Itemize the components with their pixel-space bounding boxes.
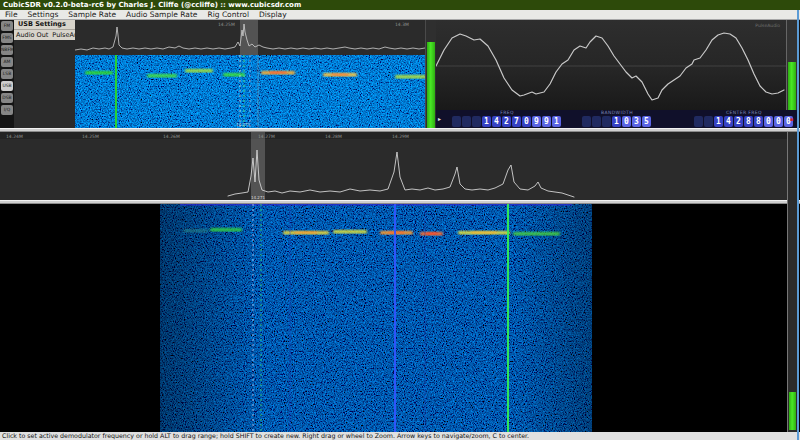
tuner-group-center-freq: CENTER FREQ14288000: [694, 110, 794, 127]
status-text: Click to set active demodulator frequenc…: [2, 432, 529, 439]
mode-selector: FMFMSNBFMAMLSBUSBDSBI/Q: [0, 20, 14, 128]
svg-text:14.26M: 14.26M: [163, 134, 180, 139]
digit-cell[interactable]: 4: [724, 116, 733, 127]
cubicsdr-window: CubicSDR v0.2.0-beta-rc6 by Charles J. C…: [0, 0, 800, 440]
digit-cell[interactable]: 9: [532, 116, 541, 127]
tuner-group-label: BANDWIDTH: [582, 110, 652, 115]
audio-out-value: PulseAudio: [50, 31, 75, 39]
mode-button-am[interactable]: AM: [1, 57, 13, 67]
mode-button-lsb[interactable]: LSB: [1, 69, 13, 79]
svg-text:PulseAudio: PulseAudio: [755, 23, 780, 28]
demod-spectrum-view[interactable]: 14.25M14.3M: [75, 20, 425, 55]
digit-cell[interactable]: 4: [492, 116, 501, 127]
digit-cell-blank[interactable]: [704, 116, 713, 127]
digit-cell[interactable]: 7: [512, 116, 521, 127]
menu-rig-control[interactable]: Rig Control: [202, 10, 254, 19]
digit-cell[interactable]: 5: [642, 116, 651, 127]
window-titlebar[interactable]: CubicSDR v0.2.0-beta-rc6 by Charles J. C…: [0, 0, 800, 10]
mode-button-fms[interactable]: FMS: [1, 33, 13, 43]
mode-button-nbfm[interactable]: NBFM: [1, 45, 13, 55]
menu-settings[interactable]: Settings: [23, 10, 64, 19]
menu-audio-sample-rate[interactable]: Audio Sample Rate: [121, 10, 202, 19]
svg-text:14.25M: 14.25M: [82, 134, 99, 139]
audio-level-meter[interactable]: [425, 20, 436, 128]
audio-out-label: Audio Out: [14, 31, 50, 39]
tuner-left-arrow-icon: ▸: [438, 116, 441, 122]
context-menu: USB Settings Audio Out PulseAudio: [14, 20, 75, 128]
digit-cell[interactable]: 9: [542, 116, 551, 127]
tuner-group-freq: FREQ14270991: [452, 110, 562, 127]
frequency-tuner[interactable]: FREQ14270991BANDWIDTH1035CENTER FREQ1428…: [436, 110, 797, 128]
menu-sample-rate[interactable]: Sample Rate: [63, 10, 121, 19]
mode-button-fm[interactable]: FM: [1, 21, 13, 31]
digit-cell[interactable]: 1: [714, 116, 723, 127]
digit-cell[interactable]: 0: [774, 116, 783, 127]
digit-cell[interactable]: 8: [744, 116, 753, 127]
digit-cell-blank[interactable]: [472, 116, 481, 127]
audio-level-fill: [427, 42, 435, 128]
mode-button-usb[interactable]: USB: [1, 81, 13, 91]
scope-level-slider[interactable]: [786, 20, 797, 110]
digit-cell-blank[interactable]: [462, 116, 471, 127]
scope-level-fill: [788, 62, 796, 110]
mode-button-dsb[interactable]: DSB: [1, 93, 13, 103]
mode-button-iq[interactable]: I/Q: [1, 105, 13, 115]
svg-text:14.29M: 14.29M: [392, 134, 409, 139]
window-right-border: [797, 10, 799, 440]
svg-text:14.25M: 14.25M: [218, 22, 235, 27]
digit-cell[interactable]: 2: [734, 116, 743, 127]
menu-bar: FileSettingsSample RateAudio Sample Rate…: [0, 10, 800, 20]
top-panel: FMFMSNBFMAMLSBUSBDSBI/Q USB Settings Aud…: [0, 20, 800, 128]
digit-cell-blank[interactable]: [582, 116, 591, 127]
tuner-group-label: FREQ: [452, 110, 562, 115]
tuner-group-bandwidth: BANDWIDTH1035: [582, 110, 652, 127]
tuner-group-label: CENTER FREQ: [694, 110, 794, 115]
digit-cell[interactable]: 1: [552, 116, 561, 127]
digit-cell[interactable]: 1: [612, 116, 621, 127]
digit-cell[interactable]: 8: [754, 116, 763, 127]
waterfall-speed-slider[interactable]: [787, 132, 797, 432]
main-spectrum-view[interactable]: 14.24M14.25M14.26M14.27M14.28M14.29M14.2…: [0, 132, 787, 200]
tuner-right-marker-icon: ▪: [790, 117, 793, 122]
window-title: CubicSDR v0.2.0-beta-rc6 by Charles J. C…: [3, 1, 301, 9]
main-waterfall-view[interactable]: [0, 204, 787, 432]
menu-display[interactable]: Display: [254, 10, 292, 19]
svg-text:14.28M: 14.28M: [325, 134, 342, 139]
svg-text:14.271: 14.271: [236, 122, 250, 127]
svg-text:14.27M: 14.27M: [258, 134, 275, 139]
digit-cell[interactable]: 0: [764, 116, 773, 127]
digit-cell-blank[interactable]: [592, 116, 601, 127]
digit-cell[interactable]: 3: [632, 116, 641, 127]
digit-cell[interactable]: 0: [522, 116, 531, 127]
digit-cell[interactable]: 0: [622, 116, 631, 127]
audio-scope-view[interactable]: PulseAudio: [436, 20, 786, 110]
waterfall-speed-fill: [789, 392, 796, 430]
svg-text:14.24M: 14.24M: [6, 134, 23, 139]
svg-text:14.3M: 14.3M: [395, 22, 409, 27]
digit-cell-blank[interactable]: [452, 116, 461, 127]
context-menu-header: USB Settings: [14, 20, 75, 29]
digit-cell-blank[interactable]: [694, 116, 703, 127]
context-menu-item-audio-out[interactable]: Audio Out PulseAudio: [14, 29, 75, 40]
status-bar: Click to set active demodulator frequenc…: [0, 432, 800, 440]
demod-waterfall-view[interactable]: 14.271: [75, 55, 425, 128]
digit-cell[interactable]: 1: [482, 116, 491, 127]
digit-cell-blank[interactable]: [602, 116, 611, 127]
digit-cell[interactable]: 2: [502, 116, 511, 127]
menu-file[interactable]: File: [0, 10, 23, 19]
